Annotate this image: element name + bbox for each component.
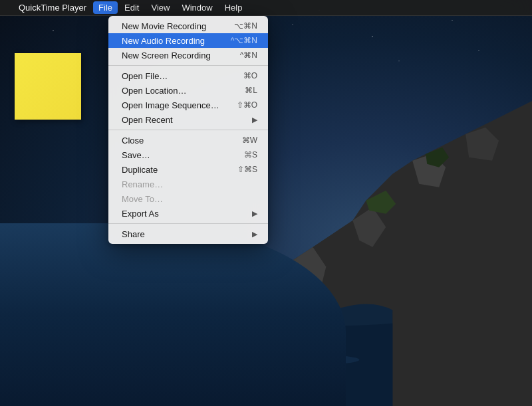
menu-share[interactable]: Share ▶	[108, 227, 268, 241]
menu-item-label: Open Recent	[122, 115, 173, 125]
menu-item-shortcut: ⌘O	[243, 71, 257, 80]
submenu-arrow-icon: ▶	[252, 230, 257, 239]
menu-duplicate[interactable]: Duplicate ⇧⌘S	[108, 162, 268, 177]
menu-open-image-sequence[interactable]: Open Image Sequence… ⇧⌘O	[108, 98, 268, 112]
menu-new-movie-recording[interactable]: New Movie Recording ⌥⌘N	[108, 19, 268, 33]
menubar-items: QuickTime Player File Edit View Window H…	[13, 1, 247, 14]
menu-item-label: Duplicate	[122, 165, 158, 175]
menu-item-shortcut: ⌘S	[244, 150, 257, 159]
menu-item-label: Rename…	[122, 179, 163, 189]
menu-item-shortcut: ^⌘N	[240, 51, 257, 60]
menu-new-audio-recording[interactable]: New Audio Recording ^⌥⌘N	[108, 33, 268, 48]
menu-item-label: Share	[122, 229, 145, 239]
menu-open-location[interactable]: Open Location… ⌘L	[108, 83, 268, 98]
menu-separator-1	[108, 65, 268, 66]
menu-open-recent[interactable]: Open Recent ▶	[108, 112, 268, 127]
menubar-view[interactable]: View	[146, 1, 175, 14]
menu-move-to: Move To…	[108, 191, 268, 206]
menubar-help[interactable]: Help	[219, 1, 248, 14]
menu-item-shortcut: ⌥⌘N	[234, 21, 257, 31]
menubar-quicktime[interactable]: QuickTime Player	[13, 1, 92, 14]
menu-item-shortcut: ^⌥⌘N	[231, 36, 257, 45]
menu-item-label: New Audio Recording	[122, 36, 205, 46]
menu-rename: Rename…	[108, 177, 268, 191]
menu-separator-2	[108, 130, 268, 130]
menu-item-label: Close	[122, 136, 144, 146]
menu-save[interactable]: Save… ⌘S	[108, 148, 268, 162]
menu-item-shortcut: ⌘L	[245, 86, 257, 95]
menu-item-label: Open File…	[122, 71, 168, 81]
menu-item-label: Export As	[122, 209, 159, 219]
menu-item-label: New Movie Recording	[122, 21, 206, 31]
menu-item-shortcut: ⇧⌘O	[237, 100, 257, 110]
sticky-note	[15, 53, 81, 120]
menu-new-screen-recording[interactable]: New Screen Recording ^⌘N	[108, 48, 268, 62]
menu-export-as[interactable]: Export As ▶	[108, 206, 268, 221]
menubar-file[interactable]: File	[93, 1, 118, 14]
menubar-edit[interactable]: Edit	[119, 1, 144, 14]
menubar-window[interactable]: Window	[176, 1, 217, 14]
menu-item-shortcut: ⇧⌘S	[237, 165, 257, 174]
menu-open-file[interactable]: Open File… ⌘O	[108, 68, 268, 83]
menu-item-label: Move To…	[122, 194, 163, 204]
menu-separator-3	[108, 223, 268, 224]
submenu-arrow-icon: ▶	[252, 209, 257, 218]
menu-close[interactable]: Close ⌘W	[108, 133, 268, 148]
menu-item-label: Open Location…	[122, 86, 187, 96]
menu-item-label: Open Image Sequence…	[122, 100, 219, 110]
file-dropdown-menu: New Movie Recording ⌥⌘N New Audio Record…	[108, 16, 268, 244]
menu-item-label: Save…	[122, 150, 150, 160]
menu-item-label: New Screen Recording	[122, 51, 211, 60]
submenu-arrow-icon: ▶	[252, 116, 257, 124]
menu-item-shortcut: ⌘W	[242, 136, 257, 145]
menubar: QuickTime Player File Edit View Window H…	[0, 0, 532, 16]
